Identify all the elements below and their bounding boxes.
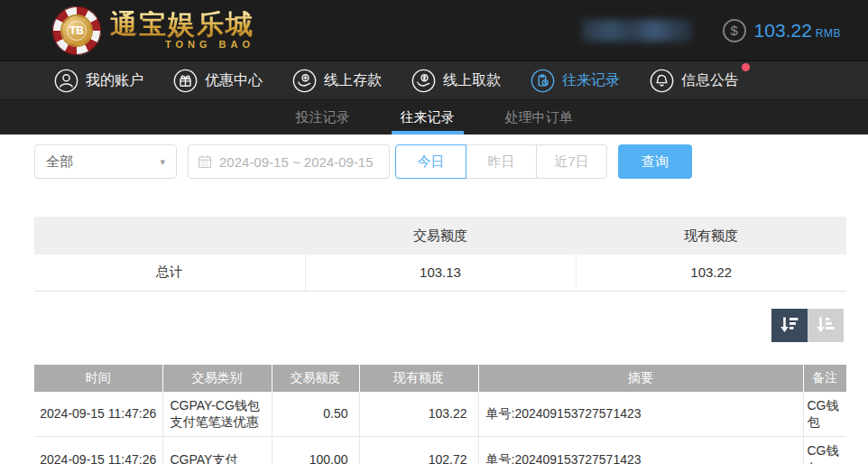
table-row: 2024-09-15 11:47:26 CGPAY支付 100.00 102.7… (34, 437, 846, 464)
brand-name-en: TONG BAO (110, 40, 254, 50)
search-button[interactable]: 查询 (618, 144, 692, 179)
sort-descending-icon (778, 313, 801, 337)
sub-navigation: 投注记录 往来记录 处理中订单 (0, 99, 868, 135)
summary-header-row: 交易额度 现有额度 (34, 217, 846, 255)
cell-type: CGPAY-CG钱包支付笔笔送优惠 (162, 392, 272, 437)
cell-amount: 100.00 (272, 437, 359, 464)
nav-label: 我的账户 (86, 71, 143, 90)
account-area: $ 103.22RMB (582, 19, 841, 42)
cell-balance: 102.72 (359, 437, 478, 464)
cell-summary: 单号:202409153727571423 (478, 392, 803, 437)
nav-item-transactions[interactable]: 往来记录 (531, 69, 620, 93)
cell-note: CG钱包 (803, 437, 846, 464)
records-table: 时间 交易类别 交易额度 现有额度 摘要 备注 2024-09-15 11:47… (34, 365, 846, 464)
col-header-type: 交易类别 (162, 365, 272, 392)
nav-label: 线上取款 (443, 71, 501, 90)
summary-balance-total: 103.22 (576, 255, 846, 291)
summary-transaction-total: 103.13 (305, 255, 576, 291)
cell-type: CGPAY支付 (162, 437, 272, 464)
summary-header-transaction: 交易额度 (305, 217, 576, 255)
quick-yesterday-button[interactable]: 昨日 (466, 144, 537, 179)
category-value: 全部 (46, 153, 73, 171)
bell-icon (650, 69, 674, 93)
withdraw-hand-coin-icon (411, 69, 436, 93)
nav-item-deposit[interactable]: 线上存款 (292, 69, 382, 93)
cell-balance: 103.22 (359, 392, 478, 437)
sort-descending-button[interactable] (771, 309, 808, 342)
nav-label: 优惠中心 (205, 71, 263, 90)
category-select[interactable]: 全部 ▾ (34, 144, 177, 179)
records-clipboard-icon (531, 69, 555, 93)
quick-range-group: 今日 昨日 近7日 (395, 144, 607, 179)
nav-item-announcements[interactable]: 信息公告 (650, 69, 739, 93)
summary-total-row: 总计 103.13 103.22 (34, 255, 846, 291)
cell-note: CG钱包 (803, 392, 846, 437)
summary-header-empty (34, 217, 305, 255)
tab-bet-records[interactable]: 投注记录 (287, 100, 359, 135)
gift-icon (173, 69, 198, 93)
calendar-icon (198, 154, 212, 169)
tab-processing-orders[interactable]: 处理中订单 (496, 100, 582, 135)
brand-logo[interactable]: TB 通宝娱乐城 TONG BAO (52, 6, 254, 55)
nav-label: 线上存款 (324, 71, 382, 90)
col-header-summary: 摘要 (478, 365, 803, 392)
date-range-picker[interactable]: 2024-09-15 ~ 2024-09-15 (188, 144, 390, 179)
quick-7days-button[interactable]: 近7日 (536, 144, 607, 179)
table-row: 2024-09-15 11:47:26 CGPAY-CG钱包支付笔笔送优惠 0.… (34, 392, 846, 437)
filter-row: 全部 ▾ 2024-09-15 ~ 2024-09-15 今日 昨日 近7日 查… (34, 144, 868, 179)
username-redacted (582, 20, 692, 42)
top-header: TB 通宝娱乐城 TONG BAO $ 103.22RMB (0, 0, 868, 60)
records-header-row: 时间 交易类别 交易额度 现有额度 摘要 备注 (34, 365, 846, 392)
casino-chip-icon: TB (52, 6, 101, 55)
nav-label: 往来记录 (562, 71, 620, 90)
notification-dot (742, 63, 750, 71)
summary-header-balance: 现有额度 (576, 217, 846, 255)
chevron-down-icon: ▾ (160, 156, 165, 168)
main-navigation: 我的账户 优惠中心 线上存款 线上取款 往来记录 (0, 60, 868, 99)
col-header-amount: 交易额度 (272, 365, 359, 392)
dollar-circle-icon: $ (723, 19, 746, 42)
nav-item-withdraw[interactable]: 线上取款 (411, 69, 501, 93)
user-icon (54, 69, 78, 93)
cell-amount: 0.50 (272, 392, 359, 437)
col-header-time: 时间 (34, 365, 162, 392)
sort-ascending-button[interactable] (808, 309, 844, 342)
cell-summary: 单号:202409153727571423 (478, 437, 803, 464)
date-range-value: 2024-09-15 ~ 2024-09-15 (219, 154, 374, 170)
balance-amount: 103.22RMB (754, 20, 841, 42)
sort-ascending-icon (814, 313, 837, 337)
tab-transaction-records[interactable]: 往来记录 (392, 100, 464, 135)
summary-total-label: 总计 (34, 255, 305, 291)
nav-item-promotions[interactable]: 优惠中心 (173, 69, 263, 93)
cell-time: 2024-09-15 11:47:26 (34, 392, 162, 437)
chip-monogram: TB (67, 21, 87, 41)
nav-label: 信息公告 (681, 71, 739, 90)
cell-time: 2024-09-15 11:47:26 (34, 437, 162, 464)
col-header-balance: 现有额度 (359, 365, 478, 392)
balance-currency: RMB (816, 27, 841, 40)
col-header-note: 备注 (803, 365, 846, 392)
nav-item-my-account[interactable]: 我的账户 (54, 69, 143, 93)
sort-controls (34, 309, 846, 342)
quick-today-button[interactable]: 今日 (395, 144, 466, 179)
deposit-hand-coin-icon (292, 69, 317, 93)
summary-table: 交易额度 现有额度 总计 103.13 103.22 (34, 217, 846, 292)
brand-name: 通宝娱乐城 (110, 11, 254, 38)
